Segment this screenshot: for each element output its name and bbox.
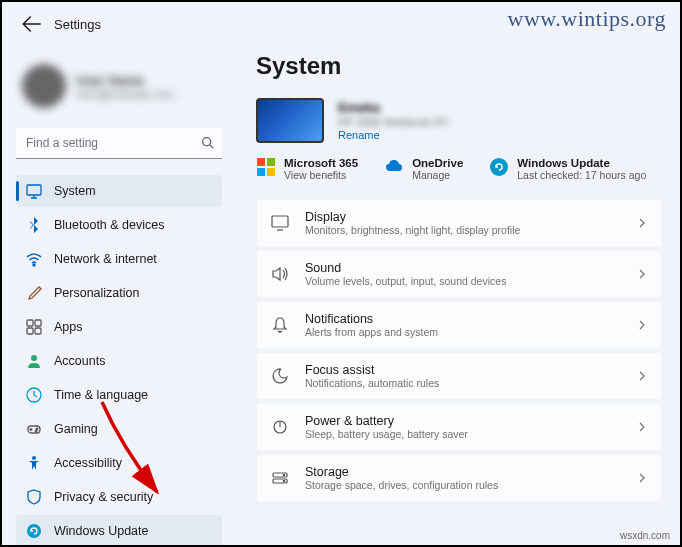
service-tiles: Microsoft 365View benefits OneDriveManag…	[256, 157, 662, 181]
update-icon	[26, 523, 42, 539]
svg-rect-19	[272, 216, 288, 227]
svg-rect-3	[27, 320, 33, 326]
device-info: Emeka HP 2000 Notebook PC Rename	[338, 100, 449, 141]
service-windows-update[interactable]: Windows UpdateLast checked: 17 hours ago	[489, 157, 646, 181]
setting-title: Notifications	[305, 312, 637, 326]
svg-point-12	[32, 456, 36, 460]
storage-icon	[271, 469, 289, 487]
search-icon	[201, 135, 214, 153]
svg-rect-14	[257, 158, 265, 166]
sidebar-item-label: Time & language	[54, 388, 148, 402]
setting-notifications[interactable]: NotificationsAlerts from apps and system	[256, 301, 662, 349]
main-container: User Name user@example.com System Blueto…	[2, 42, 680, 545]
app-title: Settings	[54, 17, 101, 32]
brush-icon	[26, 285, 42, 301]
setting-title: Storage	[305, 465, 637, 479]
sidebar-item-bluetooth[interactable]: Bluetooth & devices	[16, 209, 222, 241]
svg-point-7	[31, 355, 37, 361]
svg-rect-1	[27, 185, 41, 195]
sidebar-item-personalization[interactable]: Personalization	[16, 277, 222, 309]
setting-power[interactable]: Power & batterySleep, battery usage, bat…	[256, 403, 662, 451]
user-profile[interactable]: User Name user@example.com	[16, 50, 222, 126]
svg-point-18	[490, 158, 508, 176]
svg-rect-6	[35, 328, 41, 334]
setting-sub: Storage space, drives, configuration rul…	[305, 479, 637, 491]
sidebar-item-network[interactable]: Network & internet	[16, 243, 222, 275]
service-microsoft365[interactable]: Microsoft 365View benefits	[256, 157, 358, 181]
rename-link[interactable]: Rename	[338, 129, 449, 141]
sidebar-item-accessibility[interactable]: Accessibility	[16, 447, 222, 479]
chevron-right-icon	[637, 469, 647, 487]
setting-display[interactable]: DisplayMonitors, brightness, night light…	[256, 199, 662, 247]
wifi-icon	[26, 251, 42, 267]
sidebar-item-privacy[interactable]: Privacy & security	[16, 481, 222, 513]
back-button[interactable]	[22, 14, 42, 34]
sidebar: User Name user@example.com System Blueto…	[2, 42, 232, 545]
sidebar-item-label: Gaming	[54, 422, 98, 436]
chevron-right-icon	[637, 265, 647, 283]
system-icon	[26, 183, 42, 199]
bell-icon	[271, 316, 289, 334]
sidebar-item-accounts[interactable]: Accounts	[16, 345, 222, 377]
accessibility-icon	[26, 455, 42, 471]
setting-title: Display	[305, 210, 637, 224]
service-title: OneDrive	[412, 157, 463, 169]
chevron-right-icon	[637, 367, 647, 385]
svg-point-2	[33, 264, 35, 266]
sidebar-item-label: Bluetooth & devices	[54, 218, 165, 232]
sidebar-item-label: Windows Update	[54, 524, 149, 538]
setting-sub: Sleep, battery usage, battery saver	[305, 428, 637, 440]
setting-sub: Alerts from apps and system	[305, 326, 637, 338]
sidebar-item-apps[interactable]: Apps	[16, 311, 222, 343]
svg-point-10	[36, 428, 38, 430]
settings-list: DisplayMonitors, brightness, night light…	[256, 199, 662, 502]
svg-rect-16	[257, 168, 265, 176]
setting-title: Focus assist	[305, 363, 637, 377]
sidebar-item-gaming[interactable]: Gaming	[16, 413, 222, 445]
clock-icon	[26, 387, 42, 403]
user-name: User Name	[76, 73, 174, 88]
microsoft-icon	[256, 157, 276, 177]
chevron-right-icon	[637, 316, 647, 334]
avatar	[22, 64, 66, 108]
sidebar-item-label: System	[54, 184, 96, 198]
moon-icon	[271, 367, 289, 385]
sidebar-item-windows-update[interactable]: Windows Update	[16, 515, 222, 547]
chevron-right-icon	[637, 214, 647, 232]
device-image	[256, 98, 324, 143]
watermark-top: www.wintips.org	[508, 6, 666, 32]
svg-point-13	[27, 524, 41, 538]
svg-point-24	[283, 480, 284, 481]
setting-sound[interactable]: SoundVolume levels, output, input, sound…	[256, 250, 662, 298]
back-arrow-icon	[22, 14, 42, 34]
search-input[interactable]	[16, 128, 222, 159]
user-email: user@example.com	[76, 88, 174, 100]
service-title: Microsoft 365	[284, 157, 358, 169]
power-icon	[271, 418, 289, 436]
device-info-row: Emeka HP 2000 Notebook PC Rename	[256, 98, 662, 143]
person-icon	[26, 353, 42, 369]
device-name: Emeka	[338, 100, 449, 115]
device-model: HP 2000 Notebook PC	[338, 116, 449, 128]
gaming-icon	[26, 421, 42, 437]
svg-rect-5	[27, 328, 33, 334]
chevron-right-icon	[637, 418, 647, 436]
sidebar-item-label: Privacy & security	[54, 490, 153, 504]
sidebar-item-system[interactable]: System	[16, 175, 222, 207]
user-text: User Name user@example.com	[76, 73, 174, 100]
service-onedrive[interactable]: OneDriveManage	[384, 157, 463, 181]
setting-storage[interactable]: StorageStorage space, drives, configurat…	[256, 454, 662, 502]
sidebar-item-label: Apps	[54, 320, 83, 334]
sidebar-item-label: Personalization	[54, 286, 139, 300]
setting-title: Power & battery	[305, 414, 637, 428]
svg-point-0	[203, 137, 211, 145]
sidebar-item-time[interactable]: Time & language	[16, 379, 222, 411]
setting-sub: Notifications, automatic rules	[305, 377, 637, 389]
setting-focus[interactable]: Focus assistNotifications, automatic rul…	[256, 352, 662, 400]
service-sub: Last checked: 17 hours ago	[517, 169, 646, 181]
main-panel: System Emeka HP 2000 Notebook PC Rename …	[232, 42, 680, 545]
search-wrapper	[16, 128, 222, 159]
setting-sub: Volume levels, output, input, sound devi…	[305, 275, 637, 287]
service-sub: Manage	[412, 169, 463, 181]
service-sub: View benefits	[284, 169, 358, 181]
